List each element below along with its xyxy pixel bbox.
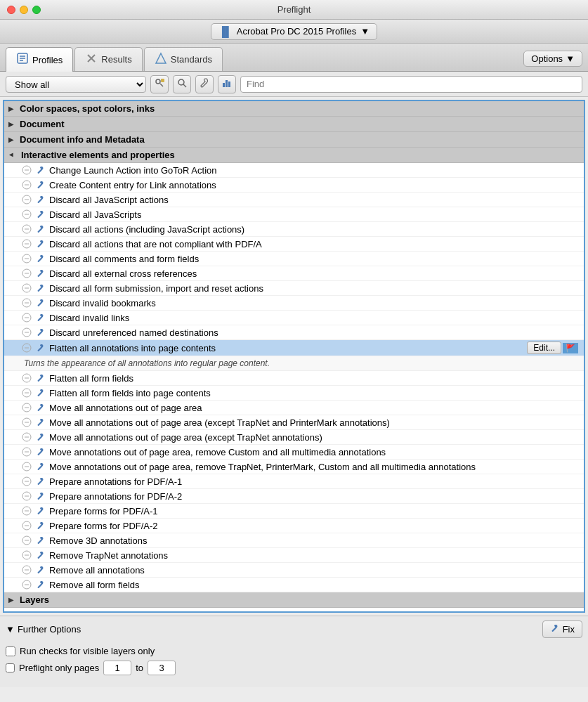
page-to-input[interactable] bbox=[148, 661, 176, 675]
edit-button[interactable]: Edit... bbox=[527, 342, 561, 354]
collapse-triangle-icon: ▼ bbox=[6, 624, 15, 635]
wrench-icon bbox=[199, 77, 210, 91]
options-button[interactable]: Options ▼ bbox=[523, 51, 582, 67]
further-options-title: ▼ Further Options bbox=[6, 624, 81, 635]
profile-dropdown[interactable]: ▐▌ Acrobat Pro DC 2015 Profiles ▼ bbox=[211, 23, 377, 40]
fix-wrench-icon bbox=[35, 282, 46, 294]
item-label: Discard all JavaScript actions bbox=[49, 195, 578, 205]
find-input[interactable] bbox=[240, 76, 582, 93]
list-item[interactable]: Flatten all form fields into page conten… bbox=[4, 386, 584, 401]
item-label: Remove 3D annotations bbox=[49, 535, 578, 546]
visible-layers-label: Run checks for visible layers only bbox=[20, 646, 155, 656]
list-item[interactable]: Move annotations out of page area, remov… bbox=[4, 445, 584, 460]
list-item[interactable]: Prepare forms for PDF/A-1 bbox=[4, 504, 584, 519]
item-label: Prepare annotations for PDF/A-2 bbox=[49, 491, 578, 502]
list-item[interactable]: Discard all comments and form fields bbox=[4, 252, 584, 266]
tab-profiles[interactable]: Profiles bbox=[6, 47, 73, 72]
fix-wrench-icon bbox=[35, 402, 46, 413]
list-item[interactable]: Prepare annotations for PDF/A-1 bbox=[4, 474, 584, 489]
svg-marker-4 bbox=[156, 53, 166, 63]
category-color-spaces[interactable]: ▶ Color spaces, spot colors, inks bbox=[4, 101, 584, 117]
list-item[interactable]: Prepare forms for PDF/A-2 bbox=[4, 519, 584, 533]
list-item[interactable]: Move all annotations out of page area bbox=[4, 401, 584, 415]
list-item[interactable]: Remove 3D annotations bbox=[4, 533, 584, 548]
category-layers[interactable]: ▶ Layers bbox=[4, 592, 584, 608]
svg-rect-10 bbox=[226, 80, 228, 87]
fix-button[interactable]: Fix bbox=[542, 620, 582, 638]
main-content: ▶ Color spaces, spot colors, inks ▶ Docu… bbox=[3, 100, 585, 613]
category-label: Interactive elements and properties bbox=[21, 150, 175, 160]
item-label: Move all annotations out of page area (e… bbox=[49, 417, 578, 428]
flag-button[interactable]: 🚩 bbox=[563, 343, 578, 353]
fix-wrench-icon bbox=[35, 238, 46, 249]
check-icon bbox=[21, 402, 32, 413]
list-item[interactable]: Discard invalid links bbox=[4, 311, 584, 325]
page-from-input[interactable] bbox=[103, 661, 131, 675]
fix-wrench-icon bbox=[35, 476, 46, 487]
fix-wrench-icon bbox=[35, 431, 46, 443]
list-item[interactable]: Discard all JavaScript actions bbox=[4, 193, 584, 207]
list-item[interactable]: Discard unreferenced named destinations bbox=[4, 325, 584, 340]
list-item[interactable]: Change Launch Action into GoToR Action bbox=[4, 163, 584, 178]
list-item[interactable]: Discard invalid bookmarks bbox=[4, 296, 584, 311]
list-item[interactable]: Discard all JavaScripts bbox=[4, 207, 584, 222]
check-icon bbox=[21, 194, 32, 205]
traffic-lights bbox=[7, 6, 41, 14]
fix-wrench-icon bbox=[550, 623, 560, 635]
list-item[interactable]: Discard all actions (including JavaScrip… bbox=[4, 222, 584, 237]
category-document-info[interactable]: ▶ Document info and Metadata bbox=[4, 132, 584, 148]
item-label: Flatten all annotations into page conten… bbox=[49, 343, 527, 353]
tab-results[interactable]: Results bbox=[74, 47, 142, 71]
item-label: Remove all form fields bbox=[49, 580, 578, 590]
list-item[interactable]: Move all annotations out of page area (e… bbox=[4, 415, 584, 430]
tab-standards[interactable]: Standards bbox=[144, 47, 223, 71]
list-item-selected[interactable]: Flatten all annotations into page conten… bbox=[4, 340, 584, 356]
list-item[interactable]: Move annotations out of page area, remov… bbox=[4, 460, 584, 474]
list-item[interactable]: Create Content entry for Link annotation… bbox=[4, 178, 584, 193]
filter-select[interactable]: Show all bbox=[6, 76, 146, 93]
maximize-button[interactable] bbox=[32, 6, 41, 14]
category-interactive[interactable]: ▼ Interactive elements and properties bbox=[4, 148, 584, 163]
check-icon bbox=[21, 238, 32, 249]
further-options-label: Further Options bbox=[18, 624, 81, 635]
item-label: Remove TrapNet annotations bbox=[49, 550, 578, 561]
filter-icon-button[interactable] bbox=[150, 75, 169, 93]
item-label: Discard all external cross references bbox=[49, 268, 578, 279]
svg-rect-6 bbox=[161, 79, 164, 82]
category-document[interactable]: ▶ Document bbox=[4, 117, 584, 132]
fix-wrench-icon bbox=[35, 268, 46, 279]
list-item[interactable]: Discard all actions that are not complia… bbox=[4, 237, 584, 252]
further-options-section: ▼ Further Options Fix Run checks for vis… bbox=[0, 616, 588, 687]
chart-icon-button[interactable] bbox=[218, 75, 236, 93]
list-item[interactable]: Move all annotations out of page area (e… bbox=[4, 430, 584, 445]
check-icon bbox=[21, 253, 32, 264]
further-options-header[interactable]: ▼ Further Options Fix bbox=[6, 620, 582, 638]
list-item[interactable]: Discard all external cross references bbox=[4, 266, 584, 281]
list-item[interactable]: Prepare annotations for PDF/A-2 bbox=[4, 489, 584, 504]
category-label: Layers bbox=[20, 594, 49, 605]
expand-icon: ▶ bbox=[8, 105, 14, 112]
page-to-label: to bbox=[136, 663, 143, 673]
list-item[interactable]: Remove TrapNet annotations bbox=[4, 548, 584, 563]
fix-wrench-icon bbox=[35, 164, 46, 176]
collapse-icon: ▼ bbox=[8, 152, 15, 159]
list-item[interactable]: Discard all form submission, import and … bbox=[4, 281, 584, 296]
search-icon-button[interactable] bbox=[173, 75, 191, 93]
check-icon bbox=[21, 209, 32, 220]
fix-wrench-icon bbox=[35, 327, 46, 338]
visible-layers-checkbox[interactable] bbox=[6, 646, 15, 656]
item-label: Discard unreferenced named destinations bbox=[49, 327, 578, 338]
window-title: Preflight bbox=[277, 4, 311, 15]
wrench-icon-button[interactable] bbox=[195, 75, 214, 93]
item-label: Flatten all form fields bbox=[49, 373, 578, 384]
svg-point-5 bbox=[156, 79, 160, 84]
close-button[interactable] bbox=[7, 6, 15, 14]
profiles-icon bbox=[16, 52, 29, 67]
title-bar: Preflight bbox=[0, 0, 588, 20]
list-item[interactable]: Remove all form fields bbox=[4, 578, 584, 592]
preflight-pages-checkbox[interactable] bbox=[6, 663, 15, 672]
minimize-button[interactable] bbox=[20, 6, 28, 14]
check-icon bbox=[21, 342, 32, 353]
list-item[interactable]: Remove all annotations bbox=[4, 563, 584, 578]
list-item[interactable]: Flatten all form fields bbox=[4, 371, 584, 386]
